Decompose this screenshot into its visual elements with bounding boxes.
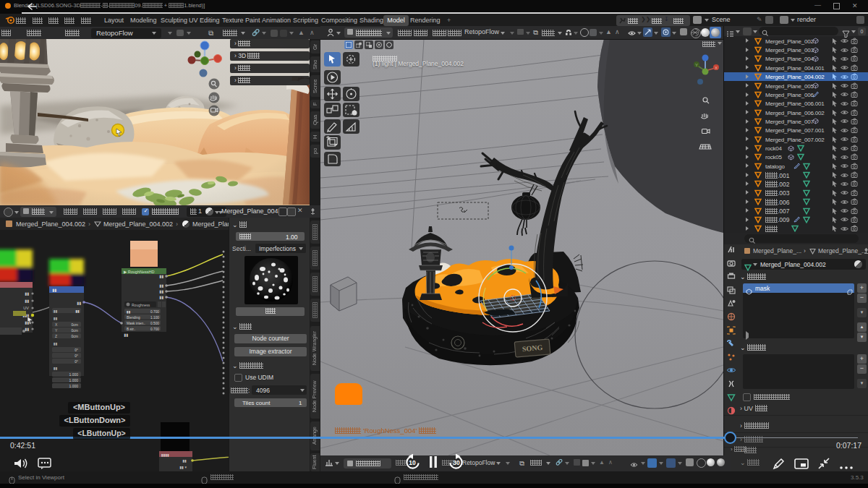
- svg-text:▮▮: ▮▮: [159, 274, 163, 278]
- svg-text:0.700: 0.700: [150, 328, 159, 331]
- svg-text:▮▮: ▮▮: [127, 310, 131, 314]
- svg-text:0°: 0°: [75, 359, 78, 364]
- svg-text:Roughness: Roughness: [132, 303, 150, 307]
- svg-text:0cm: 0cm: [72, 328, 78, 333]
- svg-text:1.000: 1.000: [69, 378, 78, 382]
- svg-text:▮▮: ▮▮: [75, 309, 80, 313]
- svg-text:▮▮ ▾: ▮▮ ▾: [180, 465, 187, 469]
- svg-text:▮▮: ▮▮: [54, 309, 58, 313]
- svg-text:UV: UV: [23, 306, 29, 310]
- svg-text:▮▮: ▮▮: [159, 295, 163, 299]
- svg-text:Mask inten..: Mask inten..: [127, 322, 145, 325]
- svg-text:1.100: 1.100: [150, 316, 159, 320]
- svg-text:▮▮: ▮▮: [77, 301, 81, 305]
- svg-text:0cm: 0cm: [72, 334, 78, 338]
- svg-text:0.700: 0.700: [150, 310, 159, 314]
- svg-text:0°: 0°: [75, 348, 78, 352]
- svg-text:Y: Y: [695, 63, 698, 67]
- svg-text:▮▮: ▮▮: [52, 288, 56, 292]
- svg-text:B.str..: B.str..: [127, 328, 135, 331]
- svg-text:▮▮: ▮▮: [54, 366, 58, 370]
- svg-text:0°: 0°: [75, 354, 78, 358]
- svg-text:▮▮: ▮▮: [124, 333, 128, 337]
- svg-text:1.000: 1.000: [69, 384, 78, 388]
- svg-text:▮▮: ▮▮: [54, 341, 58, 346]
- svg-text:▮▮: ▮▮: [25, 291, 29, 296]
- svg-text:▮▮: ▮▮: [25, 327, 29, 331]
- svg-text:0cm: 0cm: [72, 322, 78, 327]
- svg-text:▮▮: ▮▮: [54, 316, 58, 320]
- svg-text:▮▮: ▮▮: [182, 458, 187, 463]
- svg-text:▮▮: ▮▮: [159, 289, 163, 294]
- svg-text:0.500: 0.500: [150, 322, 159, 325]
- svg-text:▶ RoughNessHD: ▶ RoughNessHD: [124, 270, 154, 274]
- svg-text:Z: Z: [55, 334, 57, 338]
- svg-text:▮▮▮▮: ▮▮▮▮: [161, 453, 169, 457]
- svg-text:▮▮: ▮▮: [159, 283, 163, 288]
- svg-text:▮▮: ▮▮: [25, 299, 29, 303]
- svg-text:1.000: 1.000: [69, 372, 78, 377]
- svg-text:X: X: [715, 66, 718, 70]
- svg-text:Blending: Blending: [127, 316, 140, 320]
